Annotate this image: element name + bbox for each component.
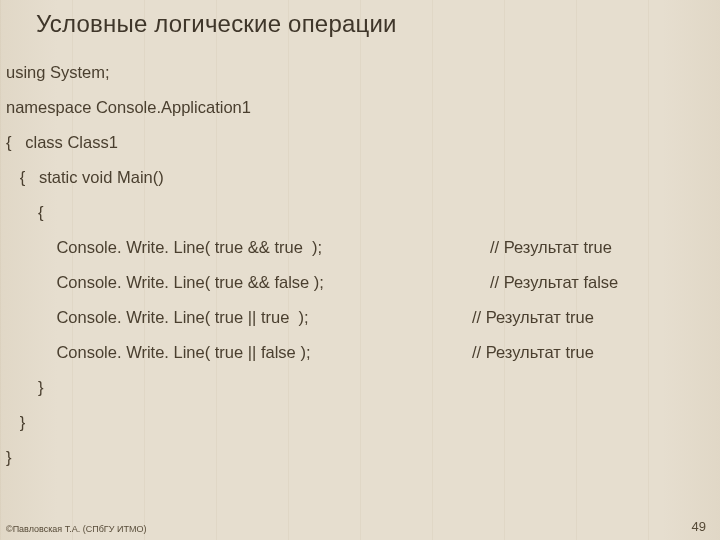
comment-9: // Результат true xyxy=(472,343,594,362)
code-line-12: } xyxy=(6,448,12,467)
comment-8: // Результат true xyxy=(472,308,594,327)
code-line-4: { static void Main() xyxy=(6,168,164,187)
code-line-5: { xyxy=(6,203,44,222)
slide-title: Условные логические операции xyxy=(36,10,397,38)
page-number: 49 xyxy=(692,519,706,534)
comment-6: // Результат true xyxy=(490,238,612,257)
code-line-11: } xyxy=(6,413,25,432)
code-line-10: } xyxy=(6,378,44,397)
code-line-8: Console. Write. Line( true || true ); xyxy=(6,308,309,327)
footer-credit: ©Павловская Т.А. (СПбГУ ИТМО) xyxy=(6,524,146,534)
code-line-9: Console. Write. Line( true || false ); xyxy=(6,343,310,362)
comment-7: // Результат false xyxy=(490,273,618,292)
code-line-2: namespace Console.Application1 xyxy=(6,98,251,117)
code-line-7: Console. Write. Line( true && false ); xyxy=(6,273,324,292)
code-line-1: using System; xyxy=(6,63,110,82)
code-line-6: Console. Write. Line( true && true ); xyxy=(6,238,322,257)
code-line-3: { class Class1 xyxy=(6,133,118,152)
